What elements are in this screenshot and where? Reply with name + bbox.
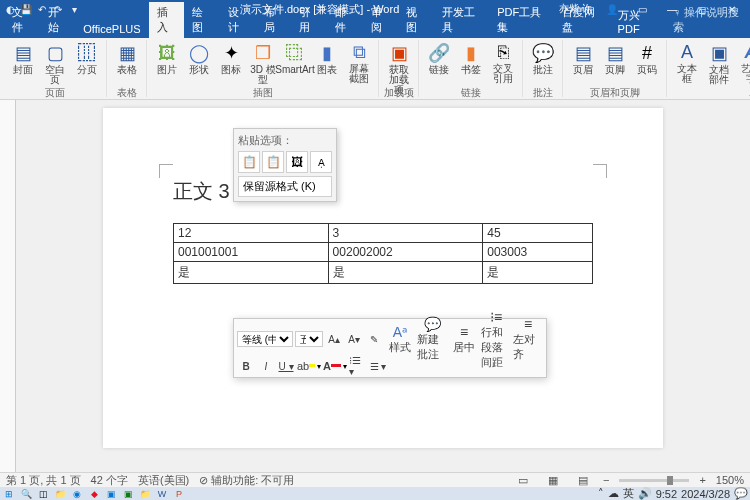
table-button[interactable]: ▦表格: [112, 40, 142, 86]
zoom-level[interactable]: 150%: [716, 474, 744, 486]
mini-grow-font[interactable]: A▴: [325, 331, 343, 347]
zoom-out[interactable]: −: [603, 474, 609, 486]
page-number-button[interactable]: #页码: [632, 40, 662, 86]
mini-highlight[interactable]: ab: [297, 358, 315, 374]
mini-font-color[interactable]: A: [323, 358, 341, 374]
mini-align-left[interactable]: ≡左对齐: [513, 322, 543, 356]
taskview-icon[interactable]: ◫: [36, 488, 50, 499]
smartart-button[interactable]: ⿻SmartArt: [280, 40, 310, 86]
tray-chevron-icon[interactable]: ˄: [598, 487, 604, 500]
tab-insert[interactable]: 插入: [149, 2, 185, 38]
edge-icon[interactable]: ◉: [70, 488, 84, 499]
tab-view[interactable]: 视图: [398, 2, 434, 38]
table-cell[interactable]: 是: [483, 262, 593, 284]
status-lang[interactable]: 英语(美国): [138, 473, 189, 488]
screenshot-button[interactable]: ⧉屏幕截图: [344, 40, 374, 86]
link-button[interactable]: 🔗链接: [424, 40, 454, 86]
comment-button[interactable]: 💬批注: [528, 40, 558, 86]
footer-button[interactable]: ▤页脚: [600, 40, 630, 86]
table-cell[interactable]: 002002002: [328, 243, 483, 262]
textbox-button[interactable]: A文本框: [672, 40, 702, 86]
app-icon[interactable]: ▣: [121, 488, 135, 499]
redo-icon[interactable]: ↷: [52, 3, 64, 15]
view-print-icon[interactable]: ▦: [543, 474, 563, 487]
paste-merge[interactable]: 📋: [262, 151, 284, 173]
mini-size-select[interactable]: 五号: [295, 331, 323, 347]
start-icon[interactable]: ⊞: [2, 488, 16, 499]
autosave-icon[interactable]: ◐: [4, 3, 16, 15]
tab-dev[interactable]: 开发工具: [434, 2, 489, 38]
tray-volume-icon[interactable]: 🔊: [638, 487, 652, 500]
tray-onedrive-icon[interactable]: ☁: [608, 487, 619, 500]
mini-center[interactable]: ≡居中: [449, 322, 479, 356]
document-page[interactable]: 粘贴选项： 📋 📋 🖼 Ạ 保留源格式 (K) 正文 3 12345001001…: [103, 108, 663, 448]
status-acc[interactable]: ⊘ 辅助功能: 不可用: [199, 473, 294, 488]
get-addins-button[interactable]: ▣获取加载项: [384, 40, 414, 86]
vertical-ruler[interactable]: [0, 100, 16, 472]
tab-layout[interactable]: 布局: [256, 2, 292, 38]
app-icon[interactable]: 📁: [138, 488, 152, 499]
mini-bullets[interactable]: ⁝☰ ▾: [349, 358, 367, 374]
mini-format-painter[interactable]: ✎: [365, 331, 383, 347]
tab-mail[interactable]: 邮件: [327, 2, 363, 38]
app-icon[interactable]: ▣: [104, 488, 118, 499]
picture-button[interactable]: 🖼图片: [152, 40, 182, 86]
mini-line-spacing[interactable]: ⁝≡行和段落间距: [481, 322, 511, 356]
shapes-button[interactable]: ◯形状: [184, 40, 214, 86]
paste-keep-source[interactable]: 📋: [238, 151, 260, 173]
tab-draw[interactable]: 绘图: [184, 2, 220, 38]
tab-baidu[interactable]: 百度网盘: [554, 2, 609, 38]
ppt-icon[interactable]: P: [172, 488, 186, 499]
mini-bold[interactable]: B: [237, 358, 255, 374]
app-icon[interactable]: ◆: [87, 488, 101, 499]
quickparts-button[interactable]: ▣文档部件: [704, 40, 734, 86]
table-cell[interactable]: 001001001: [174, 243, 329, 262]
wordart-button[interactable]: A艺术字: [736, 40, 750, 86]
status-words[interactable]: 42 个字: [91, 473, 128, 488]
table-cell[interactable]: 45: [483, 224, 593, 243]
table-cell[interactable]: 是: [174, 262, 329, 284]
tab-review[interactable]: 审阅: [363, 2, 399, 38]
zoom-in[interactable]: +: [699, 474, 705, 486]
mini-new-comment[interactable]: 💬新建批注: [417, 322, 447, 356]
bookmark-button[interactable]: ▮书签: [456, 40, 486, 86]
status-page[interactable]: 第 1 页, 共 1 页: [6, 473, 81, 488]
paste-picture[interactable]: 🖼: [286, 151, 308, 173]
qat-more-icon[interactable]: ▾: [68, 3, 80, 15]
page-scroll[interactable]: 粘贴选项： 📋 📋 🖼 Ạ 保留源格式 (K) 正文 3 12345001001…: [16, 100, 750, 472]
tray-date[interactable]: 2024/3/28: [681, 488, 730, 500]
cover-page-button[interactable]: ▤封面: [8, 40, 38, 86]
zoom-slider[interactable]: [619, 479, 689, 482]
table-cell[interactable]: 003003: [483, 243, 593, 262]
paste-text-only[interactable]: Ạ: [310, 151, 332, 173]
table-cell[interactable]: 12: [174, 224, 329, 243]
paste-keep-format[interactable]: 保留源格式 (K): [238, 176, 332, 197]
mini-styles[interactable]: Aᵃ样式: [385, 322, 415, 356]
tray-ime[interactable]: 英: [623, 486, 634, 500]
xref-button[interactable]: ⎘交叉引用: [488, 40, 518, 86]
table-cell[interactable]: 3: [328, 224, 483, 243]
chart-button[interactable]: ▮图表: [312, 40, 342, 86]
mini-numbering[interactable]: ☰ ▾: [369, 358, 387, 374]
view-read-icon[interactable]: ▭: [513, 474, 533, 487]
mini-font-select[interactable]: 等线 (中文: [237, 331, 293, 347]
3d-button[interactable]: ❒3D 模型: [248, 40, 278, 86]
tray-notif-icon[interactable]: 💬: [734, 487, 748, 500]
page-break-button[interactable]: ⿲分页: [72, 40, 102, 86]
header-button[interactable]: ▤页眉: [568, 40, 598, 86]
tab-references[interactable]: 引用: [291, 2, 327, 38]
mini-italic[interactable]: I: [257, 358, 275, 374]
view-web-icon[interactable]: ▤: [573, 474, 593, 487]
search-icon[interactable]: 🔍: [19, 488, 33, 499]
tell-me[interactable]: ♀ 操作说明搜索: [665, 2, 750, 38]
explorer-icon[interactable]: 📁: [53, 488, 67, 499]
table-cell[interactable]: 是: [328, 262, 483, 284]
mini-shrink-font[interactable]: A▾: [345, 331, 363, 347]
word-icon[interactable]: W: [155, 488, 169, 499]
mini-underline[interactable]: U ▾: [277, 358, 295, 374]
tab-design[interactable]: 设计: [220, 2, 256, 38]
undo-icon[interactable]: ↶: [36, 3, 48, 15]
tab-wanxing[interactable]: 万兴PDF: [610, 5, 665, 38]
doc-table[interactable]: 12345001001001002002002003003是是是: [173, 223, 593, 284]
tray-time[interactable]: 9:52: [656, 488, 677, 500]
